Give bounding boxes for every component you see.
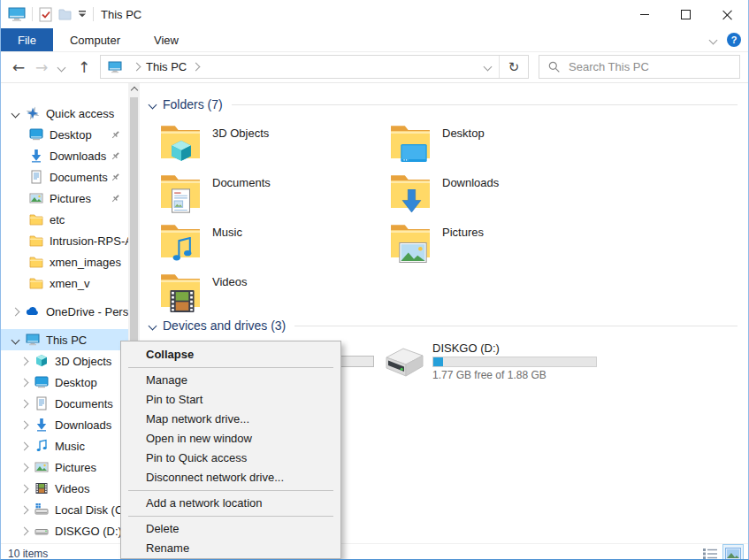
sidebar-item-label: Desktop bbox=[55, 376, 97, 389]
sidebar-item-label: Quick access bbox=[46, 107, 114, 120]
expand-ribbon-chevron-icon[interactable] bbox=[709, 35, 718, 44]
group-header-devices[interactable]: Devices and drives (3) bbox=[149, 318, 738, 333]
local-disk-icon bbox=[34, 502, 49, 517]
menu-item-map-network-drive[interactable]: Map network drive... bbox=[121, 410, 340, 429]
divider bbox=[93, 7, 94, 21]
sidebar-item-desktop[interactable]: Desktop bbox=[1, 124, 128, 145]
details-view-button[interactable] bbox=[700, 545, 720, 560]
sidebar-item-xmen-images[interactable]: xmen_images bbox=[1, 251, 128, 272]
sidebar-item-documents[interactable]: Documents bbox=[1, 166, 128, 188]
folder-tile-pictures[interactable]: Pictures bbox=[390, 220, 611, 266]
folder-tile-videos[interactable]: Videos bbox=[160, 270, 381, 316]
customize-qat-dropdown-icon[interactable] bbox=[78, 11, 87, 18]
sidebar-item-label: Downloads bbox=[50, 150, 106, 163]
sidebar-item-this-pc[interactable]: This PC bbox=[1, 329, 128, 350]
menu-separator bbox=[128, 516, 333, 517]
sidebar-item-pc-documents[interactable]: Documents bbox=[1, 393, 128, 414]
breadcrumb-chevron-icon[interactable] bbox=[192, 63, 201, 72]
close-button[interactable] bbox=[707, 0, 748, 28]
group-header-folders[interactable]: Folders (7) bbox=[149, 97, 738, 111]
sidebar-item-xmen-v[interactable]: xmen_v bbox=[1, 272, 128, 294]
group-header-rule bbox=[232, 104, 738, 105]
menu-item-pin-to-quick-access[interactable]: Pin to Quick access bbox=[121, 449, 340, 468]
maximize-button[interactable] bbox=[665, 0, 707, 28]
sidebar-item-label: Music bbox=[55, 440, 85, 453]
chevron-right-icon[interactable] bbox=[19, 357, 28, 365]
chevron-right-icon[interactable] bbox=[11, 307, 19, 316]
tab-view[interactable]: View bbox=[137, 28, 195, 51]
minimize-button[interactable] bbox=[623, 0, 665, 28]
sidebar-item-pc-desktop[interactable]: Desktop bbox=[1, 372, 128, 393]
desktop-icon bbox=[34, 375, 49, 389]
folder-tile-label: Desktop bbox=[442, 127, 485, 167]
sidebar-item-onedrive[interactable]: OneDrive - Person bbox=[1, 301, 128, 322]
chevron-right-icon[interactable] bbox=[19, 378, 28, 387]
pin-icon bbox=[111, 150, 120, 164]
sidebar-item-pc-videos[interactable]: Videos bbox=[1, 478, 128, 499]
menu-item-delete[interactable]: Delete bbox=[121, 519, 340, 539]
recent-locations-chevron-icon[interactable] bbox=[54, 52, 68, 82]
chevron-down-icon[interactable] bbox=[149, 321, 157, 330]
tab-computer[interactable]: Computer bbox=[53, 28, 137, 51]
chevron-down-icon[interactable] bbox=[11, 335, 19, 344]
menu-item-collapse[interactable]: Collapse bbox=[121, 345, 340, 364]
chevron-right-icon[interactable] bbox=[19, 505, 28, 514]
tab-file[interactable]: File bbox=[1, 28, 53, 51]
back-button[interactable]: ← bbox=[6, 52, 31, 82]
menu-item-manage[interactable]: Manage bbox=[121, 371, 340, 390]
up-button[interactable]: ↑ bbox=[72, 52, 96, 82]
breadcrumb-chevron-icon[interactable] bbox=[133, 63, 141, 72]
chevron-right-icon[interactable] bbox=[19, 484, 28, 493]
sidebar-item-3d-objects[interactable]: 3D Objects bbox=[1, 350, 128, 372]
window-title: This PC bbox=[101, 8, 141, 21]
sidebar-item-diskgo-d[interactable]: DISKGO (D:) bbox=[1, 520, 128, 541]
folder-tile-downloads[interactable]: Downloads bbox=[390, 171, 611, 217]
sidebar-item-local-disk-c[interactable]: Local Disk (C:) bbox=[1, 499, 128, 520]
properties-icon[interactable] bbox=[39, 7, 52, 22]
group-header-rule bbox=[294, 326, 738, 326]
folder-tile-music[interactable]: Music bbox=[160, 220, 381, 266]
folder-icon bbox=[29, 255, 43, 269]
sidebar-item-pictures[interactable]: Pictures bbox=[1, 188, 128, 209]
sidebar-item-quick-access[interactable]: Quick access bbox=[1, 103, 128, 124]
breadcrumb-this-pc[interactable]: This PC bbox=[146, 60, 187, 73]
chevron-down-icon[interactable] bbox=[11, 109, 19, 118]
menu-item-add-network-location[interactable]: Add a network location bbox=[121, 494, 340, 513]
help-icon[interactable]: ? bbox=[727, 33, 741, 47]
this-pc-icon bbox=[108, 61, 122, 73]
chevron-right-icon[interactable] bbox=[19, 420, 28, 429]
chevron-right-icon[interactable] bbox=[19, 463, 28, 472]
quick-access-toolbar bbox=[1, 7, 94, 22]
search-input[interactable] bbox=[567, 59, 739, 74]
sidebar-item-intrusion-rps-a[interactable]: Intrusion-RPS-A bbox=[1, 230, 128, 251]
chevron-right-icon[interactable] bbox=[19, 441, 28, 450]
scroll-up-arrow-icon[interactable] bbox=[128, 83, 140, 96]
search-box[interactable] bbox=[539, 55, 740, 79]
chevron-down-icon[interactable] bbox=[149, 100, 157, 109]
refresh-button[interactable]: ↻ bbox=[500, 56, 528, 78]
address-bar[interactable]: This PC ↻ bbox=[100, 55, 529, 79]
folder-tile-documents[interactable]: Documents bbox=[160, 171, 381, 217]
sidebar-item-pc-pictures[interactable]: Pictures bbox=[1, 456, 128, 478]
sidebar-item-etc[interactable]: etc bbox=[1, 209, 128, 230]
folder-tile-desktop[interactable]: Desktop bbox=[390, 121, 611, 167]
drive-tile-diskgo[interactable]: DISKGO (D:) 1.77 GB free of 1.88 GB bbox=[381, 341, 607, 386]
sidebar-item-downloads[interactable]: Downloads bbox=[1, 145, 128, 166]
menu-item-rename[interactable]: Rename bbox=[121, 539, 340, 558]
forward-button[interactable]: → bbox=[31, 52, 52, 82]
music-icon bbox=[34, 439, 49, 453]
chevron-right-icon[interactable] bbox=[19, 526, 28, 535]
new-folder-icon[interactable] bbox=[58, 8, 72, 20]
folder-tile-3d-objects[interactable]: 3D Objects bbox=[160, 121, 381, 167]
sidebar-item-pc-downloads[interactable]: Downloads bbox=[1, 414, 128, 435]
menu-item-disconnect-network-drive[interactable]: Disconnect network drive... bbox=[121, 468, 340, 487]
chevron-right-icon[interactable] bbox=[19, 399, 28, 408]
title-bar[interactable]: This PC bbox=[1, 0, 748, 28]
quick-access-star-icon bbox=[26, 106, 40, 120]
address-dropdown-button[interactable] bbox=[476, 56, 499, 78]
folder-icon bbox=[29, 276, 43, 290]
large-icons-view-button[interactable] bbox=[723, 545, 743, 560]
sidebar-item-pc-music[interactable]: Music bbox=[1, 435, 128, 456]
menu-item-open-in-new-window[interactable]: Open in new window bbox=[121, 429, 340, 449]
menu-item-pin-to-start[interactable]: Pin to Start bbox=[121, 390, 340, 410]
